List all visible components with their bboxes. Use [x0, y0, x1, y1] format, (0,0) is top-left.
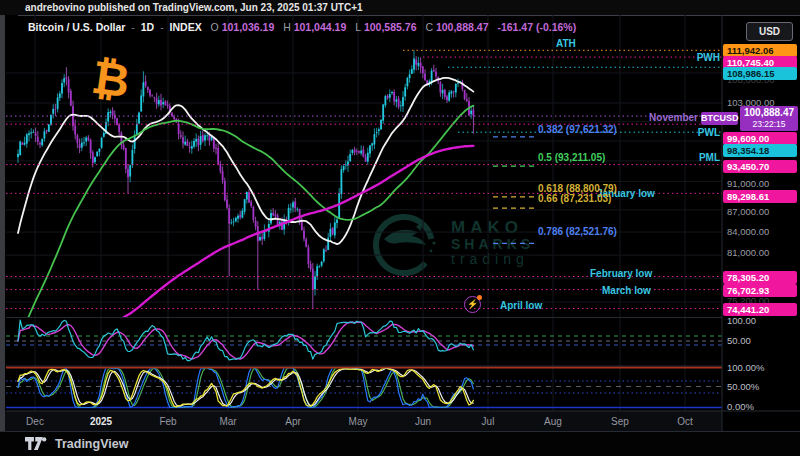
- symbol-legend[interactable]: Bitcoin / U.S. Dollar - 1D - INDEX O 101…: [28, 21, 576, 35]
- high-value: 101,044.19: [294, 21, 347, 33]
- low-letter: L: [349, 21, 361, 33]
- bar-countdown: 23:22:15: [740, 119, 798, 129]
- currency-toggle-button[interactable]: USD: [746, 22, 793, 41]
- symbol-axis-badge: BTCUSD: [701, 112, 738, 125]
- bitcoin-logo: ₿: [89, 54, 133, 105]
- current-price-value: 100,888.47: [740, 106, 798, 119]
- alert-notification-dot: [477, 295, 482, 300]
- symbol-title: Bitcoin / U.S. Dollar: [28, 21, 125, 33]
- open-value: 101,036.19: [222, 21, 275, 33]
- lightning-glyph: ⚡: [467, 300, 478, 309]
- data-type-label: INDEX: [170, 21, 202, 33]
- close-value: 100,888.47: [436, 21, 489, 33]
- high-letter: H: [277, 21, 291, 33]
- low-value: 100,585.76: [364, 21, 417, 33]
- legend-separator: -: [128, 21, 138, 33]
- alert-lightning-icon[interactable]: ⚡: [464, 296, 481, 313]
- legend-separator: -: [157, 21, 167, 33]
- close-letter: C: [419, 21, 433, 33]
- interval-label[interactable]: 1D: [141, 21, 154, 33]
- open-letter: O: [205, 21, 219, 33]
- change-value: -161.47 (-0.16%): [491, 21, 576, 33]
- tradingview-chart-screenshot: andrebovino published on TradingView.com…: [0, 0, 800, 456]
- current-price-badge: 100,888.47 23:22:15: [740, 106, 798, 131]
